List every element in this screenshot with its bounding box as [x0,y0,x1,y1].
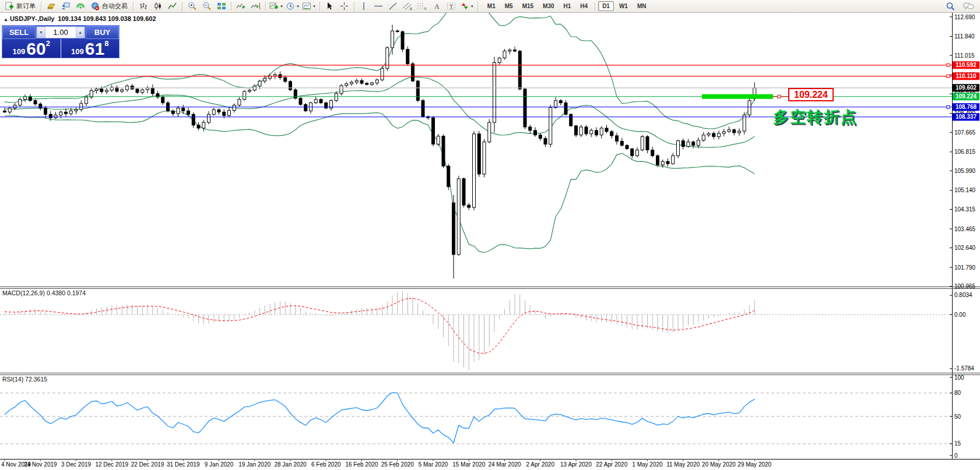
buy-price-big: 61 [85,41,104,56]
candle [264,78,266,81]
chart-canvas[interactable]: 112.690111.840111.015110.165109.340108.4… [0,0,980,470]
new-order-button[interactable]: 新订单 [2,1,38,12]
volume-decrease-button[interactable]: ▼ [37,27,45,38]
candle [692,142,695,146]
arrows-button[interactable]: ▼ [459,1,475,12]
rsi-indicator-label: RSI(14) 72.3615 [2,376,47,383]
date-axis-label: 24 Mar 2020 [488,461,521,468]
price-badge-text: 108.337 [956,114,977,120]
candle [29,97,31,101]
candle [570,114,572,126]
timeframe-D1[interactable]: D1 [598,1,614,11]
text-label-button[interactable]: T [444,1,459,12]
price-axis-tick: 111.015 [954,52,975,59]
thick-green-line-annotation[interactable] [702,94,773,99]
chart-shift-button[interactable] [248,1,263,12]
candle [539,135,542,139]
svg-text:F: F [424,7,427,10]
templates-button[interactable]: ▼ [301,1,317,12]
tile-windows-icon [217,2,226,10]
trendline-button[interactable] [386,1,401,12]
price-level-box-annotation[interactable]: 109.224 [788,88,834,101]
indicators-button[interactable]: ▼ [268,1,284,12]
vertical-line-button[interactable] [357,1,371,12]
candle [100,89,103,91]
fibonacci-button[interactable]: F [415,1,430,12]
fibonacci-icon: F [417,2,427,10]
sell-price[interactable]: 109 60 2 [2,39,61,58]
timeframe-H1[interactable]: H1 [560,1,575,11]
buy-price[interactable]: 109 61 8 [61,39,120,58]
candlestick-chart-button[interactable] [150,1,165,12]
timeframe-MN[interactable]: MN [633,1,651,11]
chat-button[interactable] [961,1,976,12]
buy-button[interactable]: BUY [86,26,119,39]
candle [90,91,93,97]
sell-button[interactable]: SELL [2,26,36,39]
macd-axis-tick: 0.8034 [954,292,972,298]
candle [44,108,47,115]
timeframe-M1[interactable]: M1 [483,1,500,11]
bar-chart-button[interactable] [136,1,150,12]
auto-scroll-button[interactable] [234,1,248,12]
timeframe-W1[interactable]: W1 [615,1,632,11]
line-chart-button[interactable] [165,1,180,12]
chevron-down-icon: ▼ [312,5,316,8]
text-button[interactable]: A [430,1,444,12]
candle [477,134,480,174]
svg-text:A: A [434,2,440,10]
candle [95,89,98,91]
timeframe-M30[interactable]: M30 [539,1,558,11]
date-axis-label: 28 Jan 2020 [274,461,306,468]
candle [549,107,552,144]
new-order-label: 新订单 [16,2,36,10]
timeframe-M15[interactable]: M15 [518,1,538,11]
turning-point-text-annotation[interactable]: 多空转折点 [773,107,858,128]
tile-windows-button[interactable] [214,1,229,12]
text-icon: A [433,2,441,10]
candle [677,141,680,156]
candle [544,139,547,144]
crosshair-icon [340,2,349,10]
date-axis-label: 31 Dec 2019 [167,461,200,468]
volume-input[interactable] [45,27,76,38]
search-button[interactable] [943,1,958,12]
volume-increase-button[interactable]: ▲ [76,27,85,38]
signals-button[interactable] [73,1,87,12]
metaeditor-button[interactable] [44,1,58,12]
candle [646,137,649,150]
date-axis-label: 13 Apr 2020 [560,461,592,468]
sell-price-prefix: 109 [13,47,26,56]
line-anchor [947,105,950,108]
rsi-name: RSI(14) [2,376,23,383]
candle [437,136,440,144]
rsi-axis-tick: 80 [954,390,961,396]
new-order-icon [5,2,14,10]
periods-button[interactable]: ▼ [284,1,301,12]
clock-icon [286,2,295,10]
rsi-axis-tick: 50 [954,414,961,420]
timeframe-H4[interactable]: H4 [576,1,592,11]
equidistant-channel-button[interactable]: E [401,1,415,12]
cursor-button[interactable] [322,1,337,12]
candle [462,179,465,205]
candle [371,83,374,84]
timeframe-M5[interactable]: M5 [501,1,517,11]
zoom-in-button[interactable] [185,1,199,12]
candle [656,156,659,165]
one-click-trading-panel: SELL ▼ ▲ BUY 109 60 2 109 61 8 [2,25,120,58]
zoom-out-button[interactable] [199,1,214,12]
date-axis-label: 6 Feb 2020 [311,461,341,468]
virtual-hosting-button[interactable] [58,1,73,12]
horizontal-line-button[interactable] [371,1,386,12]
crosshair-button[interactable] [337,1,352,12]
candle [319,100,322,103]
rsi-axis-tick: 100 [954,374,964,381]
autotrading-button[interactable]: 自动交易 [87,1,131,12]
candle [177,108,180,114]
candle [75,109,78,111]
candle [600,128,603,135]
candle [728,130,730,132]
candle [493,63,496,123]
price-axis-tick: 105.990 [954,168,976,174]
